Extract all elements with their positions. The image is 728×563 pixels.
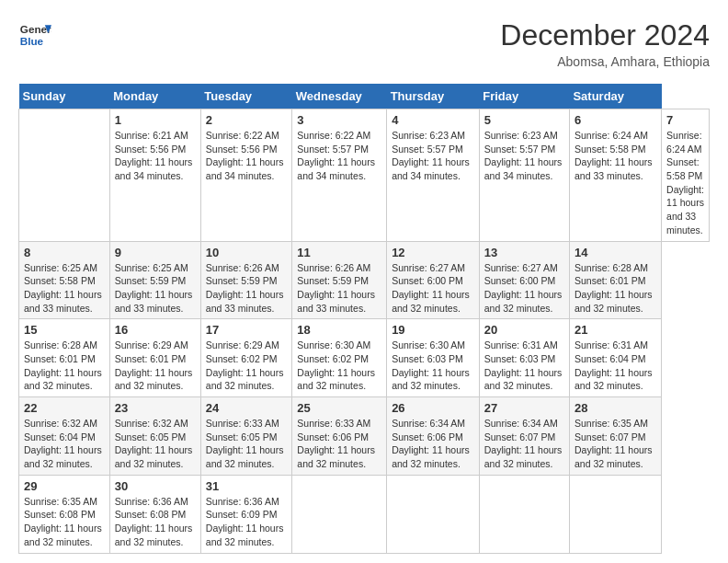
day-detail: Sunrise: 6:33 AMSunset: 6:06 PMDaylight:… xyxy=(297,417,381,471)
calendar-day-cell: 26 Sunrise: 6:34 AMSunset: 6:06 PMDaylig… xyxy=(387,397,480,476)
calendar-day-cell: 2 Sunrise: 6:22 AMSunset: 5:56 PMDayligh… xyxy=(200,109,292,242)
calendar-day-cell: 4 Sunrise: 6:23 AMSunset: 5:57 PMDayligh… xyxy=(387,109,480,242)
calendar-day-cell: 1 Sunrise: 6:21 AMSunset: 5:56 PMDayligh… xyxy=(109,109,200,242)
logo-icon: General Blue xyxy=(18,18,51,52)
calendar-day-cell: 30 Sunrise: 6:36 AMSunset: 6:08 PMDaylig… xyxy=(109,475,200,553)
page-header: General Blue December 2024 Abomsa, Amhar… xyxy=(18,18,710,69)
day-detail: Sunrise: 6:32 AMSunset: 6:04 PMDaylight:… xyxy=(24,417,105,471)
day-number: 16 xyxy=(115,323,196,337)
calendar-day-cell: 8 Sunrise: 6:25 AMSunset: 5:58 PMDayligh… xyxy=(19,241,110,319)
day-number: 27 xyxy=(484,401,564,415)
day-number: 19 xyxy=(392,323,474,337)
weekday-header: Tuesday xyxy=(200,84,292,109)
calendar-day-cell: 19 Sunrise: 6:30 AMSunset: 6:03 PMDaylig… xyxy=(387,319,480,397)
day-number: 15 xyxy=(24,323,105,337)
day-detail: Sunrise: 6:25 AMSunset: 5:59 PMDaylight:… xyxy=(115,261,196,316)
calendar-day-cell xyxy=(569,475,661,553)
calendar-day-cell: 29 Sunrise: 6:35 AMSunset: 6:08 PMDaylig… xyxy=(19,475,110,553)
day-number: 3 xyxy=(297,113,381,127)
calendar-day-cell: 21 Sunrise: 6:31 AMSunset: 6:04 PMDaylig… xyxy=(569,319,661,397)
month-year: December 2024 xyxy=(500,18,710,52)
day-number: 17 xyxy=(206,323,288,337)
calendar-day-cell: 23 Sunrise: 6:32 AMSunset: 6:05 PMDaylig… xyxy=(109,397,200,476)
weekday-header: Friday xyxy=(479,84,569,109)
calendar-day-cell: 31 Sunrise: 6:36 AMSunset: 6:09 PMDaylig… xyxy=(200,475,292,553)
day-detail: Sunrise: 6:27 AMSunset: 6:00 PMDaylight:… xyxy=(392,261,474,316)
weekday-header: Saturday xyxy=(569,84,661,109)
day-number: 29 xyxy=(24,479,105,493)
calendar-table: SundayMondayTuesdayWednesdayThursdayFrid… xyxy=(18,84,710,554)
day-number: 24 xyxy=(206,401,288,415)
day-detail: Sunrise: 6:22 AMSunset: 5:57 PMDaylight:… xyxy=(297,129,381,183)
day-detail: Sunrise: 6:34 AMSunset: 6:07 PMDaylight:… xyxy=(484,417,564,471)
day-detail: Sunrise: 6:24 AMSunset: 5:58 PMDaylight:… xyxy=(666,129,704,237)
empty-cell xyxy=(19,109,110,242)
calendar-day-cell: 9 Sunrise: 6:25 AMSunset: 5:59 PMDayligh… xyxy=(109,241,200,319)
calendar-day-cell: 27 Sunrise: 6:34 AMSunset: 6:07 PMDaylig… xyxy=(479,397,569,476)
day-detail: Sunrise: 6:35 AMSunset: 6:08 PMDaylight:… xyxy=(24,495,105,549)
day-number: 30 xyxy=(115,479,196,493)
day-detail: Sunrise: 6:35 AMSunset: 6:07 PMDaylight:… xyxy=(574,417,656,471)
calendar-day-cell: 17 Sunrise: 6:29 AMSunset: 6:02 PMDaylig… xyxy=(200,319,292,397)
day-number: 14 xyxy=(574,246,656,259)
day-detail: Sunrise: 6:28 AMSunset: 6:01 PMDaylight:… xyxy=(24,339,105,393)
calendar-week-row: 29 Sunrise: 6:35 AMSunset: 6:08 PMDaylig… xyxy=(19,475,710,553)
day-detail: Sunrise: 6:36 AMSunset: 6:09 PMDaylight:… xyxy=(206,495,288,549)
day-detail: Sunrise: 6:26 AMSunset: 5:59 PMDaylight:… xyxy=(297,261,381,316)
logo: General Blue xyxy=(18,18,51,52)
day-detail: Sunrise: 6:23 AMSunset: 5:57 PMDaylight:… xyxy=(392,129,474,183)
calendar-day-cell: 7 Sunrise: 6:24 AMSunset: 5:58 PMDayligh… xyxy=(662,109,710,242)
day-number: 8 xyxy=(24,246,105,259)
day-number: 31 xyxy=(206,479,288,493)
calendar-day-cell: 5 Sunrise: 6:23 AMSunset: 5:57 PMDayligh… xyxy=(479,109,569,242)
day-detail: Sunrise: 6:33 AMSunset: 6:05 PMDaylight:… xyxy=(206,417,288,471)
calendar-week-row: 22 Sunrise: 6:32 AMSunset: 6:04 PMDaylig… xyxy=(19,397,710,476)
day-detail: Sunrise: 6:22 AMSunset: 5:56 PMDaylight:… xyxy=(206,129,288,183)
day-number: 10 xyxy=(206,246,288,259)
day-detail: Sunrise: 6:31 AMSunset: 6:03 PMDaylight:… xyxy=(484,339,564,393)
calendar-day-cell: 25 Sunrise: 6:33 AMSunset: 6:06 PMDaylig… xyxy=(292,397,387,476)
calendar-week-row: 8 Sunrise: 6:25 AMSunset: 5:58 PMDayligh… xyxy=(19,241,710,319)
day-detail: Sunrise: 6:34 AMSunset: 6:06 PMDaylight:… xyxy=(392,417,474,471)
day-number: 11 xyxy=(297,246,381,259)
day-number: 22 xyxy=(24,401,105,415)
calendar-day-cell: 3 Sunrise: 6:22 AMSunset: 5:57 PMDayligh… xyxy=(292,109,387,242)
day-detail: Sunrise: 6:30 AMSunset: 6:03 PMDaylight:… xyxy=(392,339,474,393)
calendar-day-cell xyxy=(387,475,480,553)
day-detail: Sunrise: 6:32 AMSunset: 6:05 PMDaylight:… xyxy=(115,417,196,471)
day-detail: Sunrise: 6:25 AMSunset: 5:58 PMDaylight:… xyxy=(24,261,105,316)
day-detail: Sunrise: 6:30 AMSunset: 6:02 PMDaylight:… xyxy=(297,339,381,393)
title-block: December 2024 Abomsa, Amhara, Ethiopia xyxy=(500,18,710,69)
weekday-header: Wednesday xyxy=(292,84,387,109)
calendar-day-cell xyxy=(479,475,569,553)
location: Abomsa, Amhara, Ethiopia xyxy=(500,54,710,69)
calendar-day-cell: 10 Sunrise: 6:26 AMSunset: 5:59 PMDaylig… xyxy=(200,241,292,319)
calendar-week-row: 15 Sunrise: 6:28 AMSunset: 6:01 PMDaylig… xyxy=(19,319,710,397)
calendar-day-cell xyxy=(292,475,387,553)
day-detail: Sunrise: 6:28 AMSunset: 6:01 PMDaylight:… xyxy=(574,261,656,316)
day-number: 28 xyxy=(574,401,656,415)
day-number: 18 xyxy=(297,323,381,337)
day-number: 13 xyxy=(484,246,564,259)
day-detail: Sunrise: 6:29 AMSunset: 6:01 PMDaylight:… xyxy=(115,339,196,393)
day-detail: Sunrise: 6:29 AMSunset: 6:02 PMDaylight:… xyxy=(206,339,288,393)
day-number: 4 xyxy=(392,113,474,127)
day-detail: Sunrise: 6:24 AMSunset: 5:58 PMDaylight:… xyxy=(574,129,656,183)
day-number: 20 xyxy=(484,323,564,337)
calendar-day-cell: 18 Sunrise: 6:30 AMSunset: 6:02 PMDaylig… xyxy=(292,319,387,397)
calendar-day-cell: 28 Sunrise: 6:35 AMSunset: 6:07 PMDaylig… xyxy=(569,397,661,476)
day-number: 9 xyxy=(115,246,196,259)
calendar-day-cell: 13 Sunrise: 6:27 AMSunset: 6:00 PMDaylig… xyxy=(479,241,569,319)
day-detail: Sunrise: 6:21 AMSunset: 5:56 PMDaylight:… xyxy=(115,129,196,183)
day-number: 21 xyxy=(574,323,656,337)
calendar-day-cell: 16 Sunrise: 6:29 AMSunset: 6:01 PMDaylig… xyxy=(109,319,200,397)
calendar-day-cell: 11 Sunrise: 6:26 AMSunset: 5:59 PMDaylig… xyxy=(292,241,387,319)
calendar-day-cell: 20 Sunrise: 6:31 AMSunset: 6:03 PMDaylig… xyxy=(479,319,569,397)
calendar-week-row: 1 Sunrise: 6:21 AMSunset: 5:56 PMDayligh… xyxy=(19,109,710,242)
weekday-header: Monday xyxy=(109,84,200,109)
day-detail: Sunrise: 6:27 AMSunset: 6:00 PMDaylight:… xyxy=(484,261,564,316)
day-detail: Sunrise: 6:23 AMSunset: 5:57 PMDaylight:… xyxy=(484,129,564,183)
calendar-day-cell: 14 Sunrise: 6:28 AMSunset: 6:01 PMDaylig… xyxy=(569,241,661,319)
day-number: 1 xyxy=(115,113,196,127)
calendar-day-cell: 12 Sunrise: 6:27 AMSunset: 6:00 PMDaylig… xyxy=(387,241,480,319)
